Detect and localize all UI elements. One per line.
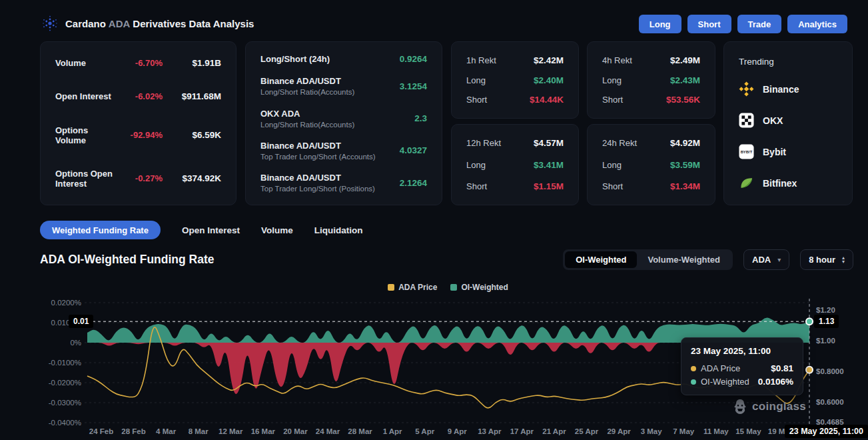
exchange-name: Bitfinex [763,178,797,189]
trending-card: Trending Binance OKX BYB!T By [723,41,853,205]
svg-text:12 Mar: 12 Mar [218,427,243,435]
header: CardanoADADerivatives Data Analysis [41,15,254,32]
long-short-row: Long/Short (24h) 0.9264 [260,54,427,64]
rekt-short-label: Short [602,95,623,105]
svg-text:$0.8000: $0.8000 [816,367,844,375]
interval-select-value: 8 hour [809,255,835,265]
long-button[interactable]: Long [639,15,681,33]
rekt-short-value: $1.34M [670,181,700,191]
tab-volume[interactable]: Volume [261,225,293,235]
rekt-long-label: Long [466,160,486,170]
chart-legend: ADA Price OI-Weighted [87,283,809,292]
analytics-button[interactable]: Analytics [787,15,847,33]
stat-label: Volume [55,58,116,68]
svg-text:1 Apr: 1 Apr [383,427,402,435]
svg-text:11 May: 11 May [703,427,729,435]
tab-weighted-funding-rate[interactable]: Weighted Funding Rate [40,221,161,239]
svg-text:25 Apr: 25 Apr [575,427,599,435]
svg-text:-0.0200%: -0.0200% [49,379,81,387]
svg-text:8 Mar: 8 Mar [189,427,209,435]
stat-change: -6.70% [116,58,163,68]
chart-controls: OI-Weighted Volume-Weighted ADA ▾ 8 hour… [563,249,853,270]
svg-text:-0.0100%: -0.0100% [49,359,81,367]
overview-card: Volume -6.70% $1.91B Open Interest -6.02… [40,41,236,205]
exchange-name: Bybit [763,147,786,157]
tab-open-interest[interactable]: Open Interest [182,225,240,235]
legend-oi-weighted[interactable]: OI-Weighted [450,283,508,292]
volume-weighted-toggle[interactable]: Volume-Weighted [637,251,731,268]
chart-tabs: Weighted Funding Rate Open Interest Volu… [40,221,362,239]
rekt-total: $2.42M [534,55,564,65]
chart-tooltip: 23 May 2025, 11:00 ADA Price $0.81 OI-We… [681,337,803,395]
rekt-long-value: $3.41M [534,160,564,170]
ratio-subtitle: Top Trader Long/Short (Positions) [260,185,400,193]
exchange-name: OKX [763,115,783,126]
svg-text:28 Mar: 28 Mar [348,427,372,435]
ratio-title: Long/Short (24h) [260,54,400,64]
svg-text:$1.00: $1.00 [816,337,835,345]
trending-item-bitfinex[interactable]: Bitfinex [739,175,837,191]
short-button[interactable]: Short [687,15,731,33]
rekt-total: $4.92M [670,138,700,148]
stat-value: $1.91B [163,58,221,68]
stat-change: -0.27% [116,173,163,183]
ratio-value: 0.9264 [400,54,427,64]
tooltip-row-oi-weighted: OI-Weighted 0.0106% [691,377,793,387]
rekt-long-value: $2.40M [534,75,564,85]
trending-item-bybit[interactable]: BYB!T Bybit [739,144,837,159]
stat-change: -6.02% [116,91,163,101]
trending-item-okx[interactable]: OKX [739,113,837,128]
page-title: CardanoADADerivatives Data Analysis [65,18,254,29]
long-short-row: Binance ADA/USDTTop Trader Long/Short (A… [260,141,427,161]
rekt-long-label: Long [602,160,622,170]
rekt-period: 1h Rekt [466,55,496,65]
stat-change: -92.94% [116,130,163,140]
legend-ada-price[interactable]: ADA Price [388,283,437,292]
rekt-short-value: $1.15M [534,181,564,191]
stat-label: Options Volume [55,125,116,145]
svg-text:17 Apr: 17 Apr [510,427,534,435]
ratio-subtitle: Long/Short Ratio(Accounts) [260,121,414,129]
legend-label: ADA Price [398,283,437,292]
overview-row-volume: Volume -6.70% $1.91B [55,58,221,68]
coin-select[interactable]: ADA ▾ [743,249,789,270]
ratio-title: Binance ADA/USDT [260,76,400,86]
tooltip-label: OI-Weighted [701,377,749,387]
rekt-short-value: $53.56K [666,95,700,105]
svg-text:-0.0400%: -0.0400% [49,419,81,427]
ada-price-dot-icon [691,366,696,371]
coinglass-watermark: coinglass [733,399,806,415]
tooltip-row-ada-price: ADA Price $0.81 [691,363,793,373]
rekt-total: $4.57M [534,138,564,148]
oi-weighted-toggle[interactable]: OI-Weighted [565,251,637,268]
trending-item-binance[interactable]: Binance [739,81,837,97]
svg-text:7 May: 7 May [673,427,695,435]
rekt-total: $2.49M [670,55,700,65]
svg-text:29 Apr: 29 Apr [607,427,631,435]
overview-row-open-interest: Open Interest -6.02% $911.68M [55,91,221,101]
long-short-card: Long/Short (24h) 0.9264 Binance ADA/USDT… [245,41,442,205]
svg-text:21 Apr: 21 Apr [542,427,566,435]
trending-title: Trending [739,57,837,67]
interval-select[interactable]: 8 hour ▴▾ [800,249,853,270]
ratio-value: 4.0327 [400,145,427,155]
rekt-long-label: Long [602,75,622,85]
crosshair-rate-badge: 0.01 [69,315,93,328]
tooltip-value: 0.0106% [758,377,793,387]
chevron-down-icon: ▾ [777,256,781,263]
coin-select-value: ADA [752,255,771,265]
binance-icon [739,81,754,97]
svg-text:4 Mar: 4 Mar [156,427,177,435]
crosshair-date-badge: 23 May 2025, 11:00 [785,425,868,438]
rekt-period: 4h Rekt [602,55,632,65]
svg-text:13 Apr: 13 Apr [478,427,502,435]
trade-button[interactable]: Trade [737,15,782,33]
ratio-value: 2.1264 [400,178,427,188]
tooltip-value: $0.81 [771,363,793,373]
ratio-title: OKX ADA [260,109,414,119]
tooltip-label: ADA Price [701,363,740,373]
rekt-long-label: Long [466,75,486,85]
svg-text:20 Mar: 20 Mar [283,427,308,435]
tab-liquidation[interactable]: Liquidation [314,225,363,235]
weighting-toggle: OI-Weighted Volume-Weighted [563,249,733,270]
